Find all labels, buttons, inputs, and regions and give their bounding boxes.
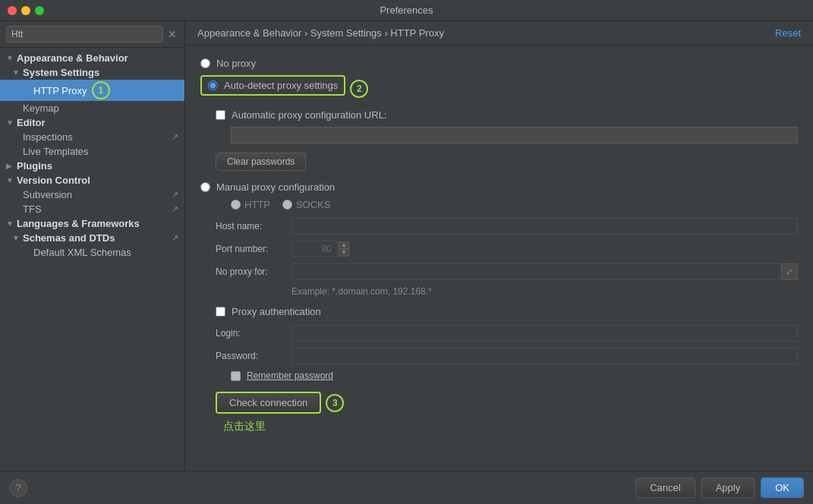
bottom-actions: Cancel Apply OK xyxy=(635,477,804,498)
expand-arrow: ▼ xyxy=(12,234,23,242)
socks-radio[interactable] xyxy=(282,200,292,209)
sidebar-item-label: System Settings xyxy=(23,67,99,78)
port-decrement-button[interactable]: ▼ xyxy=(339,249,349,257)
search-clear-icon[interactable]: ✕ xyxy=(166,28,178,40)
expand-arrow xyxy=(12,104,23,112)
ok-button[interactable]: OK xyxy=(761,477,804,498)
sidebar-item-live-templates[interactable]: Live Templates xyxy=(0,144,184,159)
remember-password-checkbox[interactable] xyxy=(231,371,241,381)
sidebar-item-tfs[interactable]: TFS ↗ xyxy=(0,202,184,216)
no-proxy-radio[interactable] xyxy=(200,58,210,68)
expand-arrow: ▼ xyxy=(12,68,23,77)
close-button[interactable] xyxy=(8,6,17,15)
sidebar-item-default-xml-schemas[interactable]: Default XML Schemas xyxy=(0,245,184,260)
socks-label: SOCKS xyxy=(296,199,331,210)
breadcrumb-bar: Appearance & Behavior › System Settings … xyxy=(185,21,813,46)
http-protocol-option: HTTP xyxy=(231,199,270,210)
sidebar: ✕ ▼ Appearance & Behavior ▼ System Setti… xyxy=(0,21,185,471)
no-proxy-expand-button[interactable]: ⤢ xyxy=(781,263,798,280)
password-input[interactable] xyxy=(291,348,798,364)
sidebar-item-label: Appearance & Behavior xyxy=(17,52,128,64)
http-radio[interactable] xyxy=(231,200,241,209)
auto-detect-radio[interactable] xyxy=(208,80,218,90)
no-proxy-for-label: No proxy for: xyxy=(216,266,291,277)
sidebar-item-system-settings[interactable]: ▼ System Settings xyxy=(0,65,184,80)
traffic-lights xyxy=(8,6,44,15)
breadcrumb: Appearance & Behavior › System Settings … xyxy=(197,27,444,39)
annotation-2: 2 xyxy=(350,80,368,98)
sidebar-item-label: Schemas and DTDs xyxy=(23,232,115,244)
login-input[interactable] xyxy=(291,325,798,342)
auto-config-checkbox[interactable] xyxy=(216,110,225,120)
password-row: Password: xyxy=(216,348,798,364)
content-area: Appearance & Behavior › System Settings … xyxy=(185,21,813,471)
sidebar-item-label: Plugins xyxy=(17,160,52,172)
auto-detect-proxy-row: Auto-detect proxy settings xyxy=(200,75,345,96)
manual-proxy-radio[interactable] xyxy=(200,182,210,192)
external-icon: ↗ xyxy=(172,233,178,243)
expand-arrow xyxy=(12,147,23,156)
sidebar-item-editor[interactable]: ▼ Editor xyxy=(0,115,184,130)
sidebar-item-appearance-behavior[interactable]: ▼ Appearance & Behavior xyxy=(0,51,184,65)
sidebar-item-subversion[interactable]: Subversion ↗ xyxy=(0,187,184,202)
external-icon: ↗ xyxy=(172,204,178,214)
apply-button[interactable]: Apply xyxy=(701,477,755,498)
host-name-row: Host name: xyxy=(216,218,798,235)
sidebar-item-label: TFS xyxy=(23,203,42,215)
external-icon: ↗ xyxy=(172,190,178,200)
window-title: Preferences xyxy=(380,5,433,16)
host-name-label: Host name: xyxy=(216,221,291,232)
external-icon: ↗ xyxy=(172,132,178,142)
sidebar-item-label: Editor xyxy=(17,117,46,128)
proxy-auth-label: Proxy authentication xyxy=(232,306,321,317)
sidebar-item-inspections[interactable]: Inspections ↗ xyxy=(0,130,184,144)
port-spin-buttons: ▲ ▼ xyxy=(339,241,349,257)
sidebar-item-http-proxy[interactable]: HTTP Proxy 1 xyxy=(0,80,184,101)
no-proxy-for-row: No proxy for: ⤢ xyxy=(216,263,798,280)
cancel-button[interactable]: Cancel xyxy=(635,477,695,498)
sidebar-item-languages-frameworks[interactable]: ▼ Languages & Frameworks xyxy=(0,216,184,231)
expand-arrow xyxy=(12,205,23,213)
clear-passwords-button[interactable]: Clear passwords xyxy=(216,153,306,171)
expand-arrow xyxy=(23,248,33,257)
login-label: Login: xyxy=(216,328,291,339)
protocol-row: HTTP SOCKS xyxy=(231,199,798,210)
port-increment-button[interactable]: ▲ xyxy=(339,241,349,249)
auto-detect-label: Auto-detect proxy settings xyxy=(224,80,338,91)
no-proxy-label: No proxy xyxy=(216,58,256,69)
sidebar-item-label: Inspections xyxy=(23,131,73,143)
socks-protocol-option: SOCKS xyxy=(282,199,331,210)
expand-arrow xyxy=(12,133,23,141)
remember-password-label: Remember password xyxy=(247,370,333,381)
sidebar-item-label: Subversion xyxy=(23,189,72,200)
minimize-button[interactable] xyxy=(21,6,30,15)
http-label: HTTP xyxy=(244,199,270,210)
search-bar: ✕ xyxy=(0,21,184,48)
auto-config-url-input[interactable] xyxy=(231,127,798,143)
sidebar-item-plugins[interactable]: ▶ Plugins xyxy=(0,159,184,173)
example-text: Example: *.domain.com, 192.168.* xyxy=(291,286,798,297)
expand-arrow xyxy=(12,191,23,199)
settings-panel: No proxy Auto-detect proxy settings 2 Au… xyxy=(185,46,813,471)
port-input-wrap: 80 ▲ ▼ xyxy=(291,241,349,257)
sidebar-item-keymap[interactable]: Keymap xyxy=(0,101,184,115)
port-input[interactable]: 80 xyxy=(291,241,337,257)
no-proxy-for-input[interactable] xyxy=(291,263,780,280)
annotation-1: 1 xyxy=(92,81,110,99)
reset-link[interactable]: Reset xyxy=(775,27,801,39)
search-input[interactable] xyxy=(6,26,163,43)
check-connection-button[interactable]: Check connection xyxy=(216,392,321,414)
sidebar-item-schemas-dtds[interactable]: ▼ Schemas and DTDs ↗ xyxy=(0,231,184,245)
help-button[interactable]: ? xyxy=(9,479,27,497)
sidebar-item-version-control[interactable]: ▼ Version Control xyxy=(0,173,184,187)
sidebar-item-label: Live Templates xyxy=(23,146,88,157)
check-connection-wrap: Check connection 3 xyxy=(216,392,798,414)
expand-arrow: ▼ xyxy=(6,176,17,184)
auto-config-label: Automatic proxy configuration URL: xyxy=(232,109,386,121)
expand-arrow: ▶ xyxy=(6,162,17,170)
expand-arrow: ▼ xyxy=(6,219,17,228)
proxy-auth-checkbox[interactable] xyxy=(216,307,225,317)
password-label: Password: xyxy=(216,351,291,361)
host-name-input[interactable] xyxy=(291,218,798,235)
maximize-button[interactable] xyxy=(35,6,44,15)
